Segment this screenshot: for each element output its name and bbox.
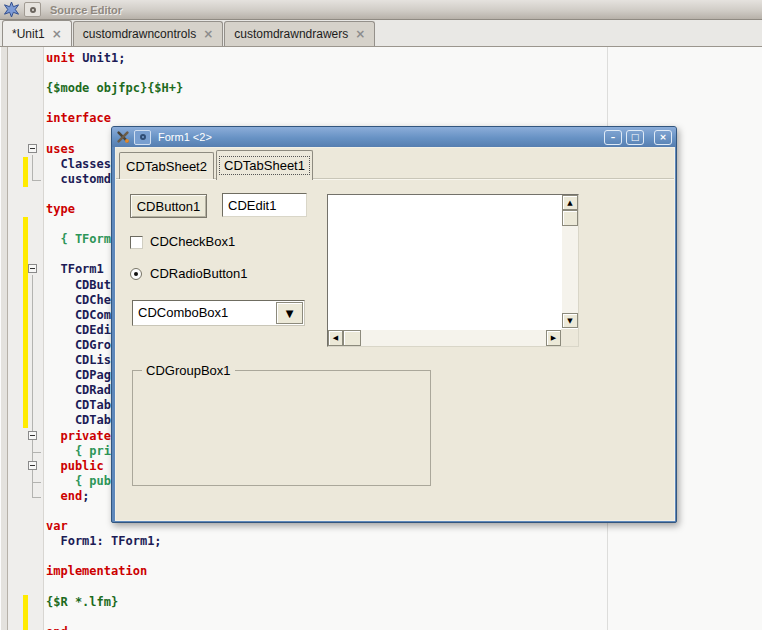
horizontal-scrollbar[interactable]: ◀ ▶ bbox=[328, 330, 561, 346]
code-line: Form1: TForm1; bbox=[46, 534, 162, 549]
form-title: Form1 <2> bbox=[158, 131, 600, 143]
lazarus-app-icon bbox=[4, 2, 19, 17]
fold-toggle[interactable] bbox=[28, 431, 37, 440]
radio-dot bbox=[134, 272, 138, 276]
code-line: {$R *.lfm} bbox=[46, 595, 118, 610]
cdgroupbox1[interactable]: CDGroupBox1 bbox=[132, 370, 431, 486]
code-line: unit Unit1; bbox=[46, 51, 125, 66]
fold-line bbox=[32, 155, 33, 180]
chevron-down-icon: ▼ bbox=[286, 308, 294, 319]
cdedit1-field[interactable] bbox=[222, 193, 307, 217]
tab-cdtabsheet2[interactable]: CDTabSheet2 bbox=[119, 152, 214, 179]
code-line: CDTab bbox=[46, 413, 111, 428]
form-titlebar[interactable]: Form1 <2> – □ × bbox=[112, 127, 676, 147]
code-line: type bbox=[46, 202, 75, 217]
editor-tab-customdrawncontrols[interactable]: customdrawncontrols × bbox=[73, 21, 223, 46]
maximize-icon: □ bbox=[631, 132, 640, 142]
fold-toggle[interactable] bbox=[28, 264, 37, 273]
scroll-up-button[interactable]: ▲ bbox=[562, 195, 578, 210]
code-line: { pub bbox=[46, 474, 111, 489]
form-app-icon bbox=[116, 130, 130, 144]
cdlistview1[interactable]: ▲ ▼ ◀ ▶ bbox=[327, 194, 579, 347]
code-line: var bbox=[46, 519, 68, 534]
code-line: CDEdi bbox=[46, 323, 111, 338]
scroll-up-icon: ▲ bbox=[567, 199, 572, 207]
close-button[interactable]: × bbox=[654, 130, 672, 145]
code-line: end bbox=[46, 625, 68, 630]
cdcombobox1[interactable]: CDComboBox1 ▼ bbox=[132, 300, 305, 326]
window-title: Source Editor bbox=[50, 4, 122, 16]
code-line: end; bbox=[46, 489, 89, 504]
code-line: implementation bbox=[46, 564, 147, 579]
shade-icon bbox=[140, 134, 146, 140]
source-editor-titlebar[interactable]: Source Editor bbox=[0, 0, 762, 20]
cdradiobutton1-circle[interactable] bbox=[130, 268, 142, 280]
combo-value: CDComboBox1 bbox=[138, 305, 228, 320]
scrollbar-corner bbox=[561, 329, 578, 346]
fold-tick bbox=[33, 452, 41, 453]
close-icon: × bbox=[659, 132, 667, 142]
minimize-icon: – bbox=[611, 132, 616, 142]
fold-corner bbox=[32, 497, 41, 498]
cdbutton1[interactable]: CDButton1 bbox=[130, 194, 207, 218]
gutter-marks-layer bbox=[0, 51, 46, 630]
tab-close-icon[interactable]: × bbox=[203, 29, 213, 39]
code-line: public bbox=[46, 459, 104, 474]
code-line: CDPag bbox=[46, 368, 111, 383]
minimize-button[interactable]: – bbox=[604, 130, 622, 145]
scroll-down-button[interactable]: ▼ bbox=[562, 313, 578, 328]
fold-tick bbox=[33, 482, 41, 483]
pagecontrol-divider bbox=[116, 179, 674, 180]
code-line: customd bbox=[46, 172, 111, 187]
editor-tabbar: *Unit1 × customdrawncontrols × customdra… bbox=[0, 20, 762, 47]
editor-tab-label: customdrawncontrols bbox=[83, 27, 196, 41]
window-shade-button[interactable] bbox=[24, 2, 41, 17]
fold-toggle[interactable] bbox=[28, 461, 37, 470]
tab-label: CDTabSheet1 bbox=[219, 156, 310, 175]
scroll-left-button[interactable]: ◀ bbox=[328, 330, 343, 346]
fold-corner bbox=[32, 180, 41, 181]
code-line: uses bbox=[46, 142, 75, 157]
code-line: Classes bbox=[46, 157, 111, 172]
scroll-left-icon: ◀ bbox=[333, 334, 338, 342]
change-bar bbox=[23, 157, 28, 187]
code-line: interface bbox=[46, 111, 111, 126]
shade-icon bbox=[30, 7, 36, 13]
cdcheckbox1-box[interactable] bbox=[130, 236, 143, 249]
tab-close-icon[interactable]: × bbox=[52, 29, 62, 39]
code-line: CDBut bbox=[46, 278, 111, 293]
cdradiobutton1-label: CDRadioButton1 bbox=[150, 267, 248, 281]
editor-tab-label: *Unit1 bbox=[12, 27, 45, 41]
vertical-scroll-thumb[interactable] bbox=[562, 210, 578, 226]
cdcheckbox1-label: CDCheckBox1 bbox=[150, 235, 235, 249]
tab-cdtabsheet1[interactable]: CDTabSheet1 bbox=[216, 150, 313, 180]
editor-tab-label: customdrawndrawers bbox=[234, 27, 348, 41]
form-client-area: CDTabSheet2 CDTabSheet1 CDButton1 CDChec… bbox=[115, 147, 675, 521]
scroll-right-button[interactable]: ▶ bbox=[546, 330, 561, 346]
scroll-down-icon: ▼ bbox=[567, 317, 572, 325]
combo-dropdown-button[interactable]: ▼ bbox=[276, 302, 303, 324]
groupbox-label: CDGroupBox1 bbox=[142, 363, 235, 378]
vertical-scrollbar[interactable]: ▲ ▼ bbox=[562, 195, 578, 328]
code-line: private bbox=[46, 429, 111, 444]
scroll-right-icon: ▶ bbox=[551, 334, 556, 342]
fold-toggle[interactable] bbox=[28, 144, 37, 153]
code-line: CDGro bbox=[46, 338, 111, 353]
editor-tab-unit1[interactable]: *Unit1 × bbox=[2, 20, 72, 46]
code-line: TForm1 bbox=[46, 262, 104, 277]
code-line: CDChe bbox=[46, 293, 111, 308]
code-line: { TForm bbox=[46, 232, 111, 247]
change-bar bbox=[23, 217, 28, 428]
editor-tab-customdrawndrawers[interactable]: customdrawndrawers × bbox=[224, 21, 375, 46]
code-line: CDRad bbox=[46, 383, 111, 398]
change-bar bbox=[23, 595, 28, 630]
tab-label: CDTabSheet2 bbox=[126, 159, 207, 174]
tab-close-icon[interactable]: × bbox=[355, 29, 365, 39]
button-label: CDButton1 bbox=[137, 199, 201, 214]
code-line: CDTab bbox=[46, 398, 111, 413]
code-line: CDCom bbox=[46, 308, 111, 323]
form-shade-button[interactable] bbox=[134, 130, 151, 145]
horizontal-scroll-thumb[interactable] bbox=[343, 330, 361, 346]
maximize-button[interactable]: □ bbox=[626, 130, 644, 145]
form1-designer-window[interactable]: Form1 <2> – □ × CDTabSheet2 CDTabSheet1 … bbox=[111, 126, 677, 523]
